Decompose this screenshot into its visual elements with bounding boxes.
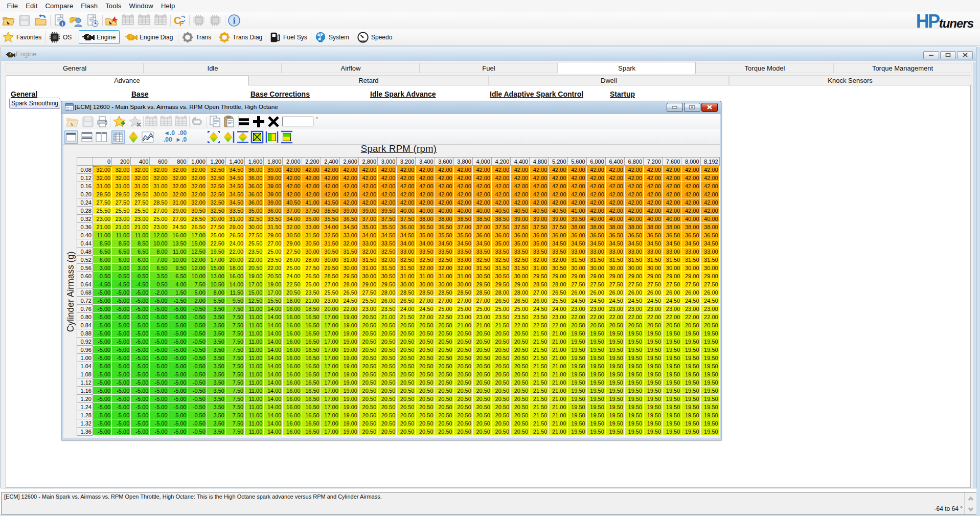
svg-text:i: i [62,21,63,27]
svg-text:F: F [179,19,184,27]
svg-text:i: i [233,16,236,26]
